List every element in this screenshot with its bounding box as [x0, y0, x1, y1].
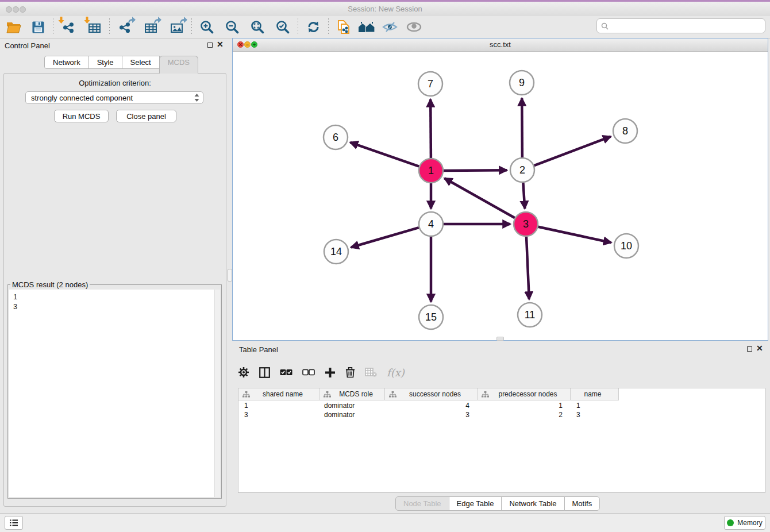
- result-scrollbar[interactable]: [214, 290, 220, 497]
- task-history-button[interactable]: [5, 516, 23, 530]
- deselect-all-button[interactable]: [302, 364, 315, 381]
- node-label-7: 7: [428, 78, 433, 90]
- edge-1-7[interactable]: [430, 99, 431, 158]
- search-field[interactable]: [596, 18, 765, 33]
- mcds-result-list[interactable]: 1 3: [9, 290, 220, 497]
- edge-3-1[interactable]: [445, 178, 515, 218]
- network-canvas[interactable]: 1234678910111415: [233, 51, 768, 340]
- save-session-button[interactable]: [28, 17, 48, 37]
- edge-1-6[interactable]: [351, 142, 419, 167]
- plus-icon: [325, 367, 336, 378]
- mcds-result-box: MCDS result (2 nodes) 1 3: [7, 284, 222, 499]
- mcds-result-item: 3: [9, 302, 220, 311]
- import-network-button[interactable]: [58, 17, 79, 37]
- function-builder-button[interactable]: f(x): [387, 364, 405, 381]
- optimization-label: Optimization criterion:: [0, 79, 230, 87]
- toggle-column-panel-button[interactable]: [259, 364, 270, 381]
- node-label-4: 4: [428, 218, 434, 230]
- close-panel-icon[interactable]: ✕: [756, 343, 763, 353]
- close-panel-button[interactable]: Close panel: [116, 110, 176, 122]
- edge-1-2[interactable]: [444, 170, 507, 171]
- eye-slash-icon: [382, 21, 398, 33]
- select-all-button[interactable]: [280, 364, 292, 381]
- tab-edge-table[interactable]: Edge Table: [449, 496, 502, 511]
- edge-2-9[interactable]: [522, 98, 522, 157]
- table-cell: 1: [238, 402, 319, 410]
- export-table-button[interactable]: [140, 17, 161, 37]
- node-label-8: 8: [622, 125, 628, 137]
- zoom-fit-button[interactable]: [247, 17, 268, 37]
- toolbar-separator: [53, 18, 53, 36]
- column-header-shared-name[interactable]: shared name: [238, 388, 319, 400]
- optimization-select-value: strongly connected component: [26, 94, 194, 102]
- memory-label: Memory: [737, 519, 762, 527]
- run-mcds-button[interactable]: Run MCDS: [54, 110, 109, 122]
- refresh-icon: [306, 20, 321, 34]
- float-panel-icon[interactable]: [207, 43, 213, 48]
- delete-table-icon: [365, 368, 377, 377]
- zoom-fit-icon: [250, 20, 265, 34]
- control-panel-title: Control Panel: [5, 41, 50, 50]
- duplicate-network-button[interactable]: [333, 17, 354, 37]
- zoom-selected-icon: [275, 20, 290, 34]
- float-panel-icon[interactable]: [747, 346, 752, 352]
- toolbar-separator: [191, 18, 192, 36]
- edge-4-14[interactable]: [351, 228, 419, 247]
- delete-column-button[interactable]: [345, 364, 355, 381]
- tab-mcds[interactable]: MCDS: [159, 56, 198, 74]
- zoom-in-icon: [199, 20, 214, 34]
- close-panel-icon[interactable]: ✕: [217, 39, 224, 49]
- hide-selected-button[interactable]: [379, 17, 400, 37]
- network-window-titlebar[interactable]: ✕ − + scc.txt: [233, 38, 768, 52]
- edge-3-11[interactable]: [526, 237, 529, 299]
- app-titlebar: Session: New Session: [0, 2, 770, 17]
- shared-column-icon: [389, 391, 396, 398]
- save-icon: [32, 21, 45, 34]
- edge-3-10[interactable]: [538, 227, 611, 243]
- table-settings-button[interactable]: [238, 364, 249, 381]
- column-header-mcds-role[interactable]: MCDS role: [319, 388, 385, 400]
- vertical-splitter-grip[interactable]: [228, 269, 232, 282]
- tab-node-table[interactable]: Node Table: [395, 496, 449, 511]
- delete-table-button[interactable]: [365, 364, 377, 381]
- edge-2-3[interactable]: [523, 183, 525, 209]
- export-arrow-icon: [128, 16, 136, 24]
- table-cell: dominator: [319, 402, 385, 410]
- table-panel-title: Table Panel: [239, 345, 278, 354]
- column-header-name[interactable]: name: [571, 388, 619, 400]
- tab-network-table[interactable]: Network Table: [501, 496, 564, 511]
- apply-layout-button[interactable]: [303, 17, 324, 37]
- search-input[interactable]: [611, 21, 765, 30]
- table-row[interactable]: 3dominator323: [238, 410, 765, 419]
- table-row[interactable]: 1dominator411: [238, 401, 765, 410]
- optimization-select[interactable]: strongly connected component: [25, 91, 203, 104]
- table-cell: 3: [238, 411, 319, 419]
- zoom-out-button[interactable]: [222, 17, 242, 37]
- tab-motifs[interactable]: Motifs: [564, 496, 600, 511]
- edge-2-8[interactable]: [534, 137, 611, 166]
- zoom-selected-button[interactable]: [272, 17, 293, 37]
- fx-icon: f(x): [387, 367, 405, 379]
- export-network-button[interactable]: [114, 17, 135, 37]
- export-image-button[interactable]: [166, 17, 187, 37]
- shared-column-icon: [482, 391, 489, 398]
- create-column-button[interactable]: [325, 364, 336, 381]
- toolbar-separator: [298, 18, 298, 36]
- zoom-in-button[interactable]: [197, 17, 217, 37]
- duplicate-network-icon: [337, 20, 351, 35]
- memory-button[interactable]: Memory: [724, 516, 765, 530]
- home-button[interactable]: [356, 17, 377, 37]
- table-cell: dominator: [319, 411, 385, 419]
- open-session-button[interactable]: [3, 17, 24, 37]
- horizontal-splitter-grip[interactable]: [496, 337, 504, 341]
- tab-style[interactable]: Style: [88, 56, 122, 69]
- column-header-predecessor-nodes[interactable]: predecessor nodes: [478, 388, 571, 400]
- tab-select[interactable]: Select: [122, 56, 160, 69]
- table-cell: 3: [571, 411, 619, 419]
- column-header-successor-nodes[interactable]: successor nodes: [385, 388, 478, 400]
- tab-network[interactable]: Network: [44, 56, 89, 69]
- trash-icon: [345, 367, 355, 378]
- mcds-result-item: 1: [9, 292, 220, 302]
- import-table-button[interactable]: [84, 17, 105, 37]
- show-selected-button[interactable]: [403, 17, 424, 37]
